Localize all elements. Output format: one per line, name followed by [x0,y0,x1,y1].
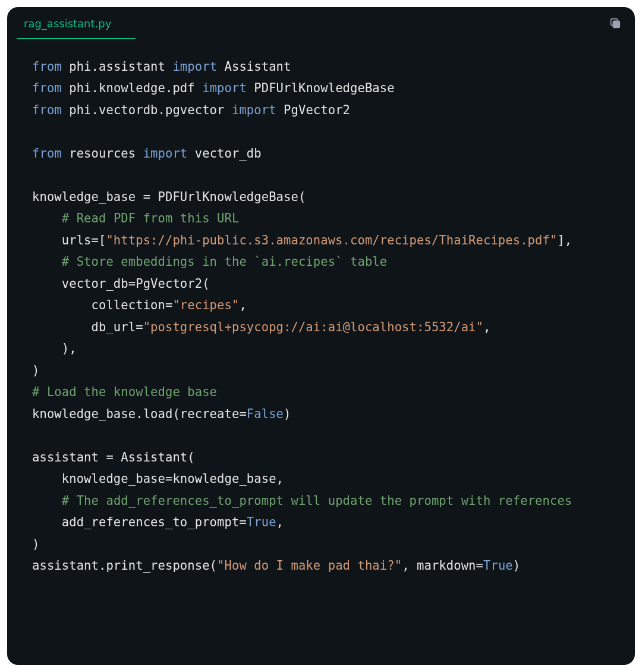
code-token: # Read PDF from this URL [62,211,240,225]
code-token: urls=[ [32,233,106,247]
code-token: # Load the knowledge base [32,385,217,399]
code-line [32,164,618,186]
tab-underline [17,38,136,39]
code-line: ) [32,360,618,381]
tab-bar: rag_assistant.py [7,7,635,39]
code-line: # Read PDF from this URL [32,208,618,229]
code-token: Assistant [217,59,291,74]
code-token: add_references_to_prompt= [32,515,247,529]
code-area[interactable]: from phi.assistant import Assistantfrom … [7,39,635,665]
code-token: knowledge_base.load(recreate= [32,407,247,421]
code-token: vector_db=PgVector2( [32,277,210,291]
code-line: # Store embeddings in the `ai.recipes` t… [32,251,618,272]
code-line: collection="recipes", [32,294,618,316]
code-line: assistant.print_response("How do I make … [32,555,618,576]
code-token: False [247,407,284,421]
code-line [32,121,618,142]
code-token: # Store embeddings in the `ai.recipes` t… [62,255,387,269]
code-token: , markdown= [402,558,483,573]
code-line: add_references_to_prompt=True, [32,511,618,533]
code-token: PgVector2 [276,103,350,117]
code-line: urls=["https://phi-public.s3.amazonaws.c… [32,230,618,251]
code-line: from phi.knowledge.pdf import PDFUrlKnow… [32,77,618,99]
code-token: ], [557,233,572,247]
svg-rect-0 [613,21,619,27]
code-line: db_url="postgresql+psycopg://ai:ai@local… [32,316,618,338]
code-token: ), [32,341,77,356]
code-token: import [172,59,217,74]
code-token: phi.knowledge.pdf [62,81,202,95]
code-line: assistant = Assistant( [32,447,618,468]
code-token: , [276,515,284,529]
code-line [32,425,618,446]
code-token: from [32,59,62,74]
code-line: from phi.vectordb.pgvector import PgVect… [32,99,618,121]
code-token: import [232,103,276,117]
code-token: ) [32,363,39,378]
code-token: resources [62,146,143,161]
code-token: db_url= [32,320,143,334]
code-token: True [247,515,276,529]
code-line: ), [32,338,618,359]
code-token: assistant.print_response( [32,558,217,573]
file-tab[interactable]: rag_assistant.py [7,7,128,39]
code-line: ) [32,533,618,555]
code-token: "postgresql+psycopg://ai:ai@localhost:55… [143,320,483,334]
code-token: "How do I make pad thai?" [217,558,402,573]
code-token: ) [284,407,291,421]
code-token: knowledge_base = PDFUrlKnowledgeBase( [32,190,306,204]
code-token: knowledge_base=knowledge_base, [32,472,284,486]
code-token [32,255,62,269]
copy-button[interactable] [609,17,622,30]
code-panel: rag_assistant.py from phi.assistant impo… [7,7,635,665]
code-token: True [483,558,513,573]
code-token: ) [32,537,39,551]
code-token [32,211,62,225]
code-token: collection= [32,298,172,312]
code-line: knowledge_base.load(recreate=False) [32,403,618,425]
code-line: # Load the knowledge base [32,381,618,403]
code-token: , [239,298,246,312]
code-token: from [32,103,62,117]
code-token: from [32,81,62,95]
code-token: PDFUrlKnowledgeBase [247,81,395,95]
file-tab-label: rag_assistant.py [24,17,111,30]
code-token: assistant = Assistant( [32,450,195,464]
code-token: "recipes" [172,298,239,312]
code-token: vector_db [187,146,261,161]
code-token: # The add_references_to_prompt will upda… [62,494,572,508]
code-line: # The add_references_to_prompt will upda… [32,490,618,511]
code-token [32,494,62,508]
code-token: , [483,320,490,334]
code-token: ) [513,558,520,573]
code-token: phi.assistant [62,59,173,74]
code-token: import [143,146,188,161]
code-line: knowledge_base=knowledge_base, [32,468,618,489]
code-line: from phi.assistant import Assistant [32,56,618,77]
copy-icon [609,21,622,32]
code-token: phi.vectordb.pgvector [62,103,232,117]
code-token: "https://phi-public.s3.amazonaws.com/rec… [106,233,557,247]
code-line: vector_db=PgVector2( [32,273,618,294]
code-token: import [202,81,247,95]
code-token: from [32,146,62,161]
code-line: knowledge_base = PDFUrlKnowledgeBase( [32,186,618,208]
code-line: from resources import vector_db [32,143,618,164]
